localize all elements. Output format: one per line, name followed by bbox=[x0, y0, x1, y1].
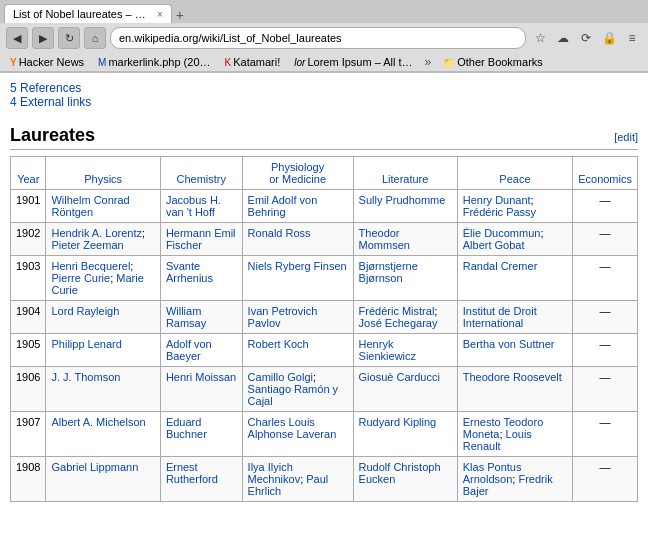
laureate-link[interactable]: Emil Adolf von Behring bbox=[248, 194, 318, 218]
laureate-link[interactable]: Ronald Ross bbox=[248, 227, 311, 239]
forward-button[interactable]: ▶ bbox=[32, 27, 54, 49]
reload-button[interactable]: ↻ bbox=[58, 27, 80, 49]
table-row: 1902Hendrik A. Lorentz; Pieter ZeemanHer… bbox=[11, 223, 638, 256]
new-tab-button[interactable]: + bbox=[176, 7, 184, 23]
col-literature: Literature bbox=[353, 157, 457, 190]
table-cell: Philipp Lenard bbox=[46, 334, 160, 367]
laureate-link[interactable]: Henri Moissan bbox=[166, 371, 236, 383]
laureate-link[interactable]: Pieter Zeeman bbox=[51, 239, 123, 251]
laureate-link[interactable]: Gabriel Lippmann bbox=[51, 461, 138, 473]
laureate-link[interactable]: Frédéric Passy bbox=[463, 206, 536, 218]
laureate-link[interactable]: Robert Koch bbox=[248, 338, 309, 350]
laureate-link[interactable]: Randal Cremer bbox=[463, 260, 538, 272]
laureate-link[interactable]: Pierre Curie bbox=[51, 272, 110, 284]
bookmark-markerlink[interactable]: M markerlink.php (20… bbox=[94, 55, 214, 69]
laureate-link[interactable]: Jacobus H. van 't Hoff bbox=[166, 194, 221, 218]
laureate-link[interactable]: William Ramsay bbox=[166, 305, 206, 329]
laureate-link[interactable]: Hermann Emil Fischer bbox=[166, 227, 236, 251]
laureate-link[interactable]: Ernest Rutherford bbox=[166, 461, 218, 485]
col-year: Year bbox=[11, 157, 46, 190]
more-bookmarks-icon[interactable]: » bbox=[425, 55, 432, 69]
hacker-news-favicon: Y bbox=[10, 57, 17, 68]
table-cell: — bbox=[573, 223, 638, 256]
laureate-link[interactable]: Theodor Mommsen bbox=[359, 227, 410, 251]
laureate-link[interactable]: Frédéric Mistral bbox=[359, 305, 435, 317]
edit-link[interactable]: [edit] bbox=[614, 131, 638, 143]
star-icon[interactable]: ☆ bbox=[530, 28, 550, 48]
table-cell: Charles Louis Alphonse Laveran bbox=[242, 412, 353, 457]
laureate-link[interactable]: Santiago Ramón y Cajal bbox=[248, 383, 339, 407]
laureate-link[interactable]: Niels Ryberg Finsen bbox=[248, 260, 347, 272]
table-row: 1908Gabriel LippmannErnest RutherfordIly… bbox=[11, 457, 638, 502]
laureate-link[interactable]: Henryk Sienkiewicz bbox=[359, 338, 416, 362]
laureate-link[interactable]: Philipp Lenard bbox=[51, 338, 121, 350]
laureate-link[interactable]: Giosuè Carducci bbox=[359, 371, 440, 383]
laureate-link[interactable]: Bjørnstjerne Bjørnson bbox=[359, 260, 418, 284]
table-cell: Élie Ducommun; Albert Gobat bbox=[457, 223, 572, 256]
bookmarks-bar: Y Hacker News M markerlink.php (20… K Ka… bbox=[0, 53, 648, 72]
tab-title: List of Nobel laureates – Wik… bbox=[13, 8, 153, 20]
bookmark-hacker-news[interactable]: Y Hacker News bbox=[6, 55, 88, 69]
laureate-link[interactable]: Camillo Golgi bbox=[248, 371, 313, 383]
markerlink-favicon: M bbox=[98, 57, 106, 68]
laureate-link[interactable]: Lord Rayleigh bbox=[51, 305, 119, 317]
laureate-link[interactable]: Ivan Petrovich Pavlov bbox=[248, 305, 318, 329]
table-cell: Eduard Buchner bbox=[160, 412, 242, 457]
laureate-link[interactable]: Rudolf Christoph Eucken bbox=[359, 461, 441, 485]
lorem-favicon: lor bbox=[294, 57, 305, 68]
laureate-link[interactable]: Sully Prudhomme bbox=[359, 194, 446, 206]
laureate-link[interactable]: Charles Louis Alphonse Laveran bbox=[248, 416, 337, 440]
laureate-link[interactable]: Albert A. Michelson bbox=[51, 416, 145, 428]
bookmark-lorem[interactable]: lor Lorem Ipsum – All t… bbox=[290, 55, 416, 69]
menu-icon[interactable]: ≡ bbox=[622, 28, 642, 48]
laureate-link[interactable]: Adolf von Baeyer bbox=[166, 338, 212, 362]
table-cell: Institut de Droit International bbox=[457, 301, 572, 334]
table-cell: Rudyard Kipling bbox=[353, 412, 457, 457]
table-cell: — bbox=[573, 412, 638, 457]
toc-link-external[interactable]: 4 External links bbox=[10, 95, 91, 109]
toc-link-references[interactable]: 5 References bbox=[10, 81, 81, 95]
toolbar-icons: ☆ ☁ ⟳ 🔒 ≡ bbox=[530, 28, 642, 48]
laureate-link[interactable]: Institut de Droit International bbox=[463, 305, 537, 329]
tab-close-icon[interactable]: × bbox=[157, 9, 163, 20]
lock-icon[interactable]: 🔒 bbox=[599, 28, 619, 48]
table-cell: Adolf von Baeyer bbox=[160, 334, 242, 367]
table-cell: 1907 bbox=[11, 412, 46, 457]
laureate-link[interactable]: José Echegaray bbox=[359, 317, 438, 329]
laureate-link[interactable]: Theodore Roosevelt bbox=[463, 371, 562, 383]
laureate-link[interactable]: J. J. Thomson bbox=[51, 371, 120, 383]
laureate-link[interactable]: Henry Dunant bbox=[463, 194, 531, 206]
table-row: 1901Wilhelm Conrad RöntgenJacobus H. van… bbox=[11, 190, 638, 223]
laureate-link[interactable]: Bertha von Suttner bbox=[463, 338, 555, 350]
laureate-link[interactable]: Ilya Ilyich Mechnikov bbox=[248, 461, 301, 485]
back-button[interactable]: ◀ bbox=[6, 27, 28, 49]
col-economics: Economics bbox=[573, 157, 638, 190]
bookmark-label: Other Bookmarks bbox=[457, 56, 543, 68]
laureate-link[interactable]: Élie Ducommun bbox=[463, 227, 541, 239]
bookmark-label: Lorem Ipsum – All t… bbox=[307, 56, 412, 68]
laureate-link[interactable]: Klas Pontus Arnoldson bbox=[463, 461, 522, 485]
active-tab[interactable]: List of Nobel laureates – Wik… × bbox=[4, 4, 172, 23]
table-cell: Svante Arrhenius bbox=[160, 256, 242, 301]
table-cell: Robert Koch bbox=[242, 334, 353, 367]
laureate-link[interactable]: Hendrik A. Lorentz bbox=[51, 227, 142, 239]
refresh-icon[interactable]: ⟳ bbox=[576, 28, 596, 48]
address-input[interactable] bbox=[110, 27, 526, 49]
home-button[interactable]: ⌂ bbox=[84, 27, 106, 49]
tab-bar: List of Nobel laureates – Wik… × + bbox=[0, 0, 648, 23]
laureates-table: Year Physics Chemistry Physiologyor Medi… bbox=[10, 156, 638, 502]
cloud-icon[interactable]: ☁ bbox=[553, 28, 573, 48]
bookmark-other[interactable]: 📁 Other Bookmarks bbox=[439, 55, 547, 69]
laureate-link[interactable]: Svante Arrhenius bbox=[166, 260, 213, 284]
table-cell: Henri Moissan bbox=[160, 367, 242, 412]
bookmark-katamari[interactable]: K Katamari! bbox=[221, 55, 285, 69]
laureate-link[interactable]: Eduard Buchner bbox=[166, 416, 207, 440]
laureate-link[interactable]: Albert Gobat bbox=[463, 239, 525, 251]
laureate-link[interactable]: Henri Becquerel bbox=[51, 260, 130, 272]
table-row: 1904Lord RayleighWilliam RamsayIvan Petr… bbox=[11, 301, 638, 334]
table-cell: — bbox=[573, 301, 638, 334]
laureate-link[interactable]: Rudyard Kipling bbox=[359, 416, 437, 428]
laureate-link[interactable]: Wilhelm Conrad Röntgen bbox=[51, 194, 129, 218]
table-cell: — bbox=[573, 367, 638, 412]
table-cell: William Ramsay bbox=[160, 301, 242, 334]
